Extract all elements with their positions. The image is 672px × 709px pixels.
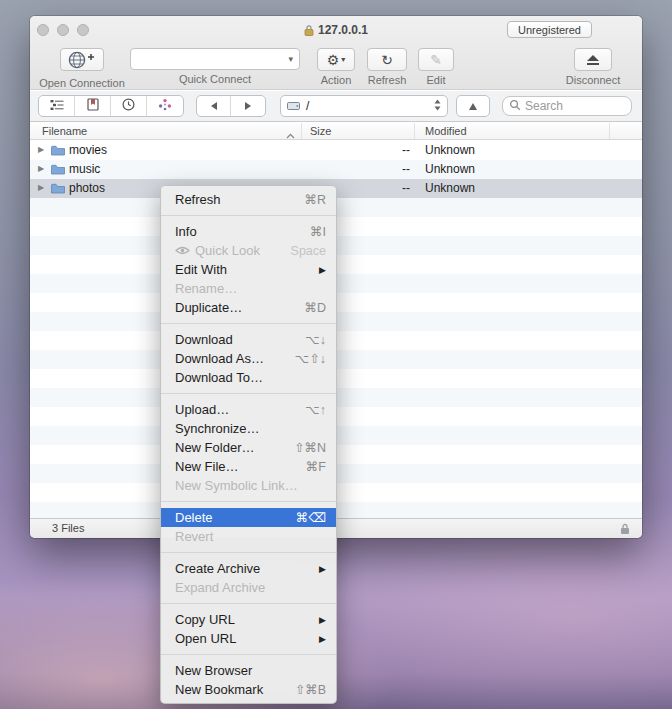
pencil-icon: ✎ [418, 48, 454, 71]
column-header-filename[interactable]: Filename [30, 123, 302, 139]
file-modified: Unknown [425, 162, 475, 176]
refresh-button[interactable]: ↻ Refresh [364, 48, 410, 86]
search-field[interactable] [502, 96, 632, 116]
refresh-icon[interactable]: ↻ [367, 48, 407, 71]
file-name: movies [69, 143, 107, 157]
forward-button[interactable] [231, 96, 265, 116]
column-label: Filename [42, 125, 87, 137]
menu-item-new-browser[interactable]: New Browser [161, 661, 336, 680]
menu-item-shortcut: ⌘⌫ [296, 510, 326, 525]
menu-item-shortcut: ⌘F [306, 459, 326, 474]
submenu-arrow-icon: ▶ [319, 615, 326, 625]
navigation-bar: / [30, 91, 642, 122]
eye-icon [175, 246, 190, 255]
quick-connect-label: Quick Connect [130, 73, 300, 85]
submenu-arrow-icon: ▶ [319, 564, 326, 574]
connection-lock-icon [304, 24, 314, 39]
menu-item-label: New Folder… [175, 440, 254, 455]
menu-item-label: Download To… [175, 370, 263, 385]
file-size: -- [330, 143, 410, 157]
outline-view-button[interactable] [39, 96, 75, 116]
menu-item-label: Copy URL [175, 612, 235, 627]
back-icon [210, 97, 218, 115]
menu-item-label: Quick Look [195, 243, 260, 258]
disconnect-button[interactable]: Disconnect [558, 48, 628, 86]
file-count: 3 Files [52, 522, 84, 534]
menu-item-label: Download As… [175, 351, 264, 366]
file-name: photos [69, 181, 105, 195]
menu-item-label: Delete [175, 510, 213, 525]
menu-item-download-as[interactable]: Download As… ⌥⇧↓ [161, 349, 336, 368]
bonjour-icon [158, 97, 172, 115]
quick-connect-combobox[interactable]: ▾ [130, 48, 300, 70]
menu-item-delete[interactable]: Delete ⌘⌫ [161, 508, 336, 527]
titlebar[interactable]: 127.0.0.1 Unregistered [30, 16, 642, 44]
search-icon [509, 97, 521, 115]
menu-item-create-archive[interactable]: Create Archive ▶ [161, 559, 336, 578]
menu-item-shortcut: ⌘R [304, 192, 326, 207]
menu-item-refresh[interactable]: Refresh ⌘R [161, 190, 336, 209]
file-size: -- [330, 162, 410, 176]
disclosure-triangle-icon[interactable]: ▶ [38, 146, 44, 154]
menu-item-download[interactable]: Download ⌥↓ [161, 330, 336, 349]
bookmarks-button[interactable] [75, 96, 111, 116]
unregistered-button[interactable]: Unregistered [507, 21, 592, 38]
menu-item-label: Refresh [175, 192, 221, 207]
bonjour-button[interactable] [147, 96, 183, 116]
window-title-text: 127.0.0.1 [318, 23, 368, 37]
menu-item-open-url[interactable]: Open URL ▶ [161, 629, 336, 648]
column-header-modified[interactable]: Modified [415, 123, 610, 139]
menu-item-label: Rename… [175, 281, 237, 296]
action-button[interactable]: ⚙▾ Action [316, 48, 356, 86]
menu-item-shortcut: Space [291, 244, 326, 258]
menu-item-duplicate[interactable]: Duplicate… ⌘D [161, 298, 336, 317]
folder-icon [51, 145, 65, 159]
folder-icon [51, 183, 65, 197]
eject-icon[interactable] [574, 48, 612, 71]
open-connection-icon[interactable] [60, 48, 104, 71]
up-arrow-icon [468, 97, 478, 115]
file-size: -- [330, 181, 410, 195]
disclosure-triangle-icon[interactable]: ▶ [38, 184, 44, 192]
menu-item-new-symbolic-link: New Symbolic Link… [161, 476, 336, 495]
back-button[interactable] [197, 96, 231, 116]
menu-separator [161, 603, 336, 604]
menu-item-rename: Rename… [161, 279, 336, 298]
menu-item-edit-with[interactable]: Edit With ▶ [161, 260, 336, 279]
path-dropdown[interactable]: / [280, 95, 448, 117]
file-name: music [69, 162, 100, 176]
edit-label: Edit [418, 74, 454, 86]
menu-item-new-bookmark[interactable]: New Bookmark ⇧⌘B [161, 680, 336, 699]
menu-item-expand-archive: Expand Archive [161, 578, 336, 597]
history-nav-control [196, 95, 266, 117]
desktop-background: 127.0.0.1 Unregistered Open Connection ▾… [0, 0, 672, 709]
menu-separator [161, 215, 336, 216]
table-row[interactable]: ▶ movies -- Unknown [30, 141, 642, 160]
file-modified: Unknown [425, 181, 475, 195]
menu-item-download-to[interactable]: Download To… [161, 368, 336, 387]
menu-separator [161, 552, 336, 553]
menu-item-synchronize[interactable]: Synchronize… [161, 419, 336, 438]
gear-icon[interactable]: ⚙▾ [317, 48, 355, 71]
menu-item-info[interactable]: Info ⌘I [161, 222, 336, 241]
path-value: / [306, 99, 428, 113]
table-row[interactable]: ▶ music -- Unknown [30, 160, 642, 179]
menu-item-shortcut: ⌥↓ [305, 332, 326, 347]
parent-directory-button[interactable] [456, 95, 490, 117]
open-connection-button[interactable]: Open Connection [34, 48, 130, 89]
search-input[interactable] [525, 99, 615, 113]
column-header-size[interactable]: Size [302, 123, 415, 139]
menu-item-new-file[interactable]: New File… ⌘F [161, 457, 336, 476]
menu-item-shortcut: ⇧⌘N [294, 440, 326, 455]
column-label: Size [310, 125, 331, 137]
window-chrome: 127.0.0.1 Unregistered Open Connection ▾… [30, 16, 642, 90]
history-button[interactable] [111, 96, 147, 116]
table-header: Filename Size Modified [30, 123, 642, 140]
refresh-label: Refresh [364, 74, 410, 86]
menu-item-new-folder[interactable]: New Folder… ⇧⌘N [161, 438, 336, 457]
disclosure-triangle-icon[interactable]: ▶ [38, 165, 44, 173]
menu-item-upload[interactable]: Upload… ⌥↑ [161, 400, 336, 419]
menu-separator [161, 393, 336, 394]
menu-item-copy-url[interactable]: Copy URL ▶ [161, 610, 336, 629]
menu-item-label: Expand Archive [175, 580, 265, 595]
